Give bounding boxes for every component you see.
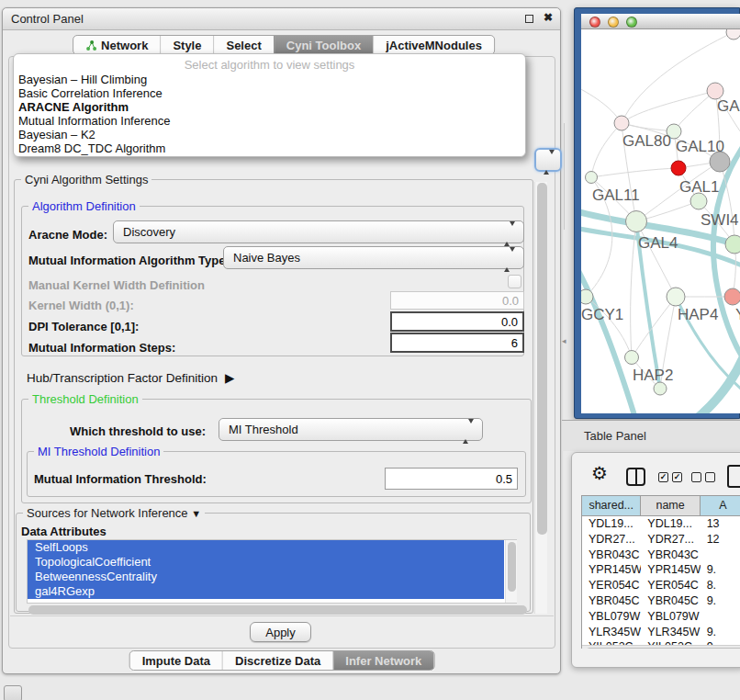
- network-node[interactable]: [726, 29, 740, 40]
- tab-jactivemnodules[interactable]: jActiveMNodules: [373, 36, 494, 54]
- node-label: HAP2: [633, 367, 673, 384]
- network-node[interactable]: [725, 235, 740, 254]
- table-cell: [701, 609, 740, 625]
- tab-cyni-toolbox[interactable]: Cyni Toolbox: [274, 36, 373, 54]
- dpi-tolerance-field[interactable]: [390, 311, 524, 332]
- table-row[interactable]: YBR045CYBR045C9.: [582, 593, 740, 609]
- network-canvas[interactable]: GAL7GAL80GAL10GAL1GAL11SWI4GAL4GCY1HAP4Y…: [581, 29, 740, 413]
- kernel-width-field[interactable]: [390, 291, 524, 310]
- algorithm-option[interactable]: Dream8 DC_TDC Algorithm: [17, 142, 521, 156]
- which-threshold-combo[interactable]: MI Threshold: [219, 418, 483, 441]
- deselect-all-icon[interactable]: [691, 472, 715, 482]
- table-row[interactable]: YDR27...YDR27...12: [582, 532, 740, 548]
- gear-icon[interactable]: ⚙: [591, 462, 608, 484]
- column-header-name[interactable]: name: [641, 496, 700, 515]
- mi-threshold-field[interactable]: [385, 468, 518, 490]
- apply-button[interactable]: Apply: [250, 622, 311, 642]
- attribute-item[interactable]: gal4RGexp: [28, 584, 504, 599]
- network-node-hap4[interactable]: [667, 288, 685, 306]
- algorithm-option[interactable]: ARACNE Algorithm: [17, 101, 521, 115]
- table-row[interactable]: YDL19...YDL19...13: [582, 516, 740, 532]
- close-icon[interactable]: ✖: [544, 11, 553, 24]
- table-panel-window: ⚙ ✓✓ shared...nameA YDL19...YDL19...13YD…: [571, 452, 740, 668]
- table-cell: YER054C: [641, 578, 700, 593]
- network-edge[interactable]: [622, 91, 715, 123]
- columns-icon[interactable]: [626, 468, 645, 486]
- function-icon[interactable]: [727, 465, 740, 488]
- hub-section-toggle[interactable]: Hub/Transcription Factor Definition▶: [27, 370, 234, 385]
- mac-zoom-button[interactable]: [626, 17, 637, 28]
- network-node[interactable]: [654, 382, 667, 395]
- tab-style[interactable]: Style: [160, 36, 213, 54]
- select-all-icon[interactable]: ✓✓: [658, 472, 682, 482]
- control-panel-titlebar[interactable]: Control Panel ✖: [3, 8, 560, 30]
- network-node-y[interactable]: [724, 288, 740, 305]
- node-label: GCY1: [581, 306, 623, 323]
- network-node-hap2[interactable]: [625, 351, 639, 365]
- table-cell: 9.: [701, 562, 740, 578]
- network-graph[interactable]: GAL7GAL80GAL10GAL1GAL11SWI4GAL4GCY1HAP4Y…: [581, 29, 740, 413]
- which-threshold-value: MI Threshold: [229, 423, 298, 436]
- network-node-gal80[interactable]: [614, 116, 629, 130]
- algorithm-option[interactable]: Bayesian – Hill Climbing: [17, 73, 521, 87]
- attributes-vscrollbar[interactable]: [505, 540, 517, 603]
- network-edge[interactable]: [581, 85, 622, 123]
- tab-impute-data[interactable]: Impute Data: [130, 651, 222, 670]
- network-node-gal1[interactable]: [671, 161, 686, 175]
- network-view-window[interactable]: GAL7GAL80GAL10GAL1GAL11SWI4GAL4GCY1HAP4Y…: [574, 7, 740, 419]
- network-node-gcy1[interactable]: [581, 289, 593, 304]
- mi-algorithm-type-combo[interactable]: Naive Bayes: [223, 246, 524, 269]
- table-toolbar: ⚙ ✓✓: [572, 453, 740, 495]
- control-panel-title: Control Panel: [11, 12, 84, 26]
- table-cell: 8.: [701, 578, 740, 593]
- screen: Control Panel ✖ NetworkStyleSelectCyni T…: [0, 0, 740, 700]
- panel-resize-handle[interactable]: ◂: [562, 336, 566, 345]
- algorithm-option[interactable]: Basic Correlation Inference: [17, 87, 521, 101]
- network-node-gal11[interactable]: [586, 172, 598, 184]
- mac-minimize-button[interactable]: [608, 17, 619, 28]
- table-row[interactable]: YBL079WYBL079W: [582, 609, 740, 625]
- attribute-item[interactable]: SelfLoops: [28, 540, 504, 555]
- sources-legend[interactable]: Sources for Network Inference ▼: [23, 506, 205, 520]
- manual-kernel-label: Manual Kernel Width Definition: [28, 278, 205, 292]
- aracne-mode-combo[interactable]: Discovery: [113, 220, 524, 243]
- kernel-width-label: Kernel Width (0,1):: [28, 299, 134, 312]
- attribute-item[interactable]: BetweennessCentrality: [28, 570, 504, 584]
- network-edge[interactable]: [622, 123, 674, 131]
- algorithm-option[interactable]: Bayesian – K2: [17, 129, 521, 142]
- table-cell: YDR27...: [641, 532, 700, 548]
- which-threshold-label: Which threshold to use:: [70, 424, 206, 438]
- column-header-A[interactable]: A: [701, 496, 740, 515]
- settings-vscrollbar[interactable]: [534, 182, 547, 614]
- network-edge[interactable]: [591, 168, 678, 177]
- manual-kernel-checkbox[interactable]: [508, 275, 521, 288]
- mac-close-button[interactable]: [589, 17, 600, 28]
- tab-network[interactable]: Network: [73, 36, 160, 54]
- minimized-panel-icon[interactable]: [4, 685, 22, 700]
- table-row[interactable]: YLR345WYLR345W9.: [582, 625, 740, 640]
- inference-algorithm-combo-stub[interactable]: [534, 148, 562, 172]
- network-edge[interactable]: [591, 123, 622, 177]
- mi-steps-field[interactable]: [390, 333, 524, 353]
- attributes-hscrollbar[interactable]: [28, 605, 527, 615]
- tab-infer-network[interactable]: Infer Network: [332, 651, 433, 670]
- network-edge[interactable]: [581, 255, 634, 413]
- tab-discretize-data[interactable]: Discretize Data: [222, 651, 332, 670]
- attribute-item[interactable]: TopologicalCoefficient: [28, 555, 504, 570]
- data-attributes-list[interactable]: SelfLoopsTopologicalCoefficientBetweenne…: [27, 539, 517, 604]
- table-row[interactable]: YER054CYER054C8.: [582, 578, 740, 593]
- table-row[interactable]: YPR145WYPR145W9.: [582, 562, 740, 578]
- table-row[interactable]: YBR043CYBR043C: [582, 548, 740, 563]
- node-table: shared...nameA YDL19...YDL19...13YDR27..…: [581, 495, 740, 649]
- network-edge[interactable]: [631, 221, 636, 357]
- table-cell: YBL079W: [641, 609, 700, 625]
- tab-label: Discretize Data: [235, 654, 320, 668]
- tab-select[interactable]: Select: [213, 36, 273, 54]
- column-header-shared[interactable]: shared...: [582, 496, 641, 515]
- algorithm-option[interactable]: Mutual Information Inference: [17, 115, 521, 129]
- float-window-icon[interactable]: [525, 15, 533, 23]
- table-hscrollbar[interactable]: [582, 645, 740, 649]
- spinner-arrows-icon: [504, 252, 515, 268]
- network-node-gal4[interactable]: [626, 211, 647, 232]
- network-window-titlebar[interactable]: [581, 14, 740, 29]
